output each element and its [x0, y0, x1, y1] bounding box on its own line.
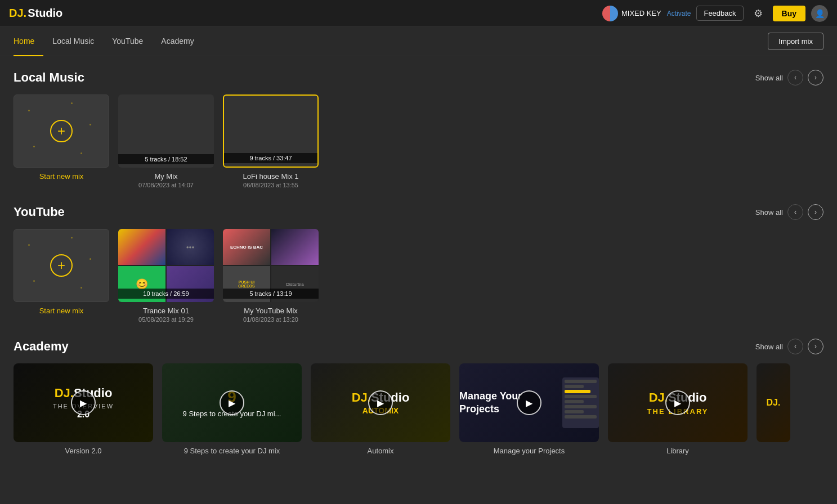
- local-music-prev[interactable]: ‹: [787, 70, 803, 86]
- yt-specks: [14, 230, 109, 302]
- trance-mix-badge: 10 tracks / 26:59: [118, 289, 214, 299]
- tab-local-music[interactable]: Local Music: [43, 27, 103, 56]
- version2-play-btn[interactable]: ▶: [71, 390, 96, 415]
- local-music-section: Local Music Show all ‹ › +: [14, 70, 823, 188]
- local-music-controls: Show all ‹ ›: [755, 70, 823, 86]
- youtube-title: YouTube: [14, 205, 65, 219]
- header-right: MIXED KEY Activate Feedback ⚙ Buy 👤: [602, 4, 828, 22]
- yt-new-mix-card[interactable]: + Start new mix: [14, 229, 109, 323]
- import-mix-button[interactable]: Import mix: [768, 33, 823, 50]
- my-mix-badge: 5 tracks / 18:52: [118, 154, 214, 164]
- yt-mix-date: 01/08/2023 at 13:20: [223, 316, 319, 323]
- library-play-btn[interactable]: ▶: [665, 390, 690, 415]
- manage-panel-mock: [562, 377, 599, 428]
- trance-tile-2: ●●●: [167, 229, 214, 265]
- manage-play-btn[interactable]: ▶: [517, 390, 541, 415]
- mixedkey-icon: [602, 6, 618, 21]
- yt-mix-name: My YouTube Mix: [223, 307, 319, 315]
- academy-section: Academy Show all ‹ › DJ.Studio THE OVERV…: [14, 339, 823, 455]
- academy-prev[interactable]: ‹: [787, 339, 803, 354]
- feedback-button[interactable]: Feedback: [696, 6, 743, 21]
- tab-home[interactable]: Home: [14, 27, 43, 56]
- academy-card-library[interactable]: DJ.Studio THE LIBRARY ▶ Library: [608, 363, 748, 455]
- my-mix-date: 07/08/2023 at 14:07: [118, 182, 214, 188]
- youtube-grid: + Start new mix ●●● 😊: [14, 229, 823, 323]
- my-mix-card[interactable]: 5 tracks / 18:52 My Mix 07/08/2023 at 14…: [118, 94, 214, 188]
- app-logo: DJ.Studio: [9, 7, 62, 20]
- academy-label-manage: Manage your Projects: [459, 447, 599, 455]
- academy-title: Academy: [14, 339, 69, 354]
- academy-controls: Show all ‹ ›: [755, 339, 823, 354]
- yt-tile-2: [271, 229, 319, 265]
- trance-mix-card[interactable]: ●●● 😊 10 tracks / 26:59 Trance Mix 01 05…: [118, 229, 214, 323]
- academy-thumb-9steps: 9 9 Steps to create your DJ mi... ▶: [162, 363, 302, 442]
- my-mix-name: My Mix: [118, 172, 214, 181]
- specks: [14, 95, 109, 167]
- youtube-section: YouTube Show all ‹ › +: [14, 204, 823, 323]
- academy-header: Academy Show all ‹ ›: [14, 339, 823, 354]
- yt-mix-thumb: ECHNO IS BAC PUSH UICREEOS Disturbia 5 t…: [223, 229, 319, 302]
- academy-card-9steps[interactable]: 9 9 Steps to create your DJ mi... ▶ 9 St…: [162, 363, 302, 455]
- youtube-show-all[interactable]: Show all: [755, 208, 783, 217]
- youtube-next[interactable]: ›: [808, 204, 823, 220]
- academy-thumb-automix: DJ.Studio AUTOMIX ▶: [311, 363, 450, 442]
- trance-mix-date: 05/08/2023 at 19:29: [118, 316, 214, 323]
- academy-card-version2[interactable]: DJ.Studio THE OVERVIEW 2.0 ▶ Version 2.0: [14, 363, 153, 455]
- local-new-mix-label: Start new mix: [14, 172, 109, 181]
- youtube-prev[interactable]: ‹: [787, 204, 803, 220]
- mixedkey-button[interactable]: MIXED KEY: [602, 6, 661, 21]
- academy-thumb-library: DJ.Studio THE LIBRARY ▶: [608, 363, 748, 442]
- local-music-header: Local Music Show all ‹ ›: [14, 70, 823, 86]
- academy-partial-thumb: DJ.: [757, 363, 790, 442]
- academy-thumb-version2: DJ.Studio THE OVERVIEW 2.0 ▶: [14, 363, 153, 442]
- academy-card-partial[interactable]: DJ.: [757, 363, 790, 455]
- local-music-show-all[interactable]: Show all: [755, 74, 783, 82]
- local-music-grid: + Start new mix 5 tracks / 18:52 My Mix …: [14, 94, 823, 188]
- academy-show-all[interactable]: Show all: [755, 343, 783, 351]
- settings-button[interactable]: ⚙: [749, 4, 767, 22]
- local-new-mix-thumb: +: [14, 94, 109, 168]
- logo-dj: DJ.: [9, 7, 26, 20]
- my-mix-thumb: 5 tracks / 18:52: [118, 94, 214, 168]
- yt-tile-1: ECHNO IS BAC: [223, 229, 270, 265]
- academy-next[interactable]: ›: [808, 339, 823, 354]
- lofi-mix-card[interactable]: 9 tracks / 33:47 LoFi house Mix 1 06/08/…: [223, 94, 319, 188]
- local-music-title: Local Music: [14, 70, 84, 85]
- academy-label-library: Library: [608, 447, 748, 455]
- yt-mix-card[interactable]: ECHNO IS BAC PUSH UICREEOS Disturbia 5 t…: [223, 229, 319, 323]
- academy-thumb-manage: Manage Your Projects: [459, 363, 599, 442]
- tab-youtube[interactable]: YouTube: [103, 27, 152, 56]
- academy-card-manage[interactable]: Manage Your Projects: [459, 363, 599, 455]
- local-music-next[interactable]: ›: [808, 70, 823, 86]
- lofi-mix-date: 06/08/2023 at 13:55: [223, 182, 319, 188]
- local-new-mix-card[interactable]: + Start new mix: [14, 94, 109, 188]
- activate-link[interactable]: Activate: [667, 10, 691, 17]
- automix-play-btn[interactable]: ▶: [368, 390, 393, 415]
- 9steps-play-btn[interactable]: ▶: [220, 390, 244, 415]
- nav-bar: Home Local Music YouTube Academy Import …: [0, 27, 837, 56]
- tab-academy[interactable]: Academy: [152, 27, 203, 56]
- main-content: Local Music Show all ‹ › +: [0, 56, 837, 484]
- trance-mix-name: Trance Mix 01: [118, 307, 214, 315]
- avatar-icon: 👤: [815, 9, 825, 18]
- academy-label-version2: Version 2.0: [14, 447, 153, 455]
- youtube-controls: Show all ‹ ›: [755, 204, 823, 220]
- header: DJ.Studio MIXED KEY Activate Feedback ⚙ …: [0, 0, 837, 27]
- manage-text: Manage Your Projects: [459, 390, 557, 416]
- nav-tabs: Home Local Music YouTube Academy: [14, 27, 203, 56]
- lofi-mix-name: LoFi house Mix 1: [223, 172, 319, 181]
- youtube-header: YouTube Show all ‹ ›: [14, 204, 823, 220]
- lofi-mix-badge: 9 tracks / 33:47: [224, 153, 317, 163]
- mixedkey-label: MIXED KEY: [621, 9, 661, 17]
- partial-logo: DJ.: [767, 398, 781, 408]
- academy-card-automix[interactable]: DJ.Studio AUTOMIX ▶ Automix: [311, 363, 450, 455]
- academy-label-automix: Automix: [311, 447, 450, 455]
- settings-icon: ⚙: [754, 7, 763, 20]
- academy-grid: DJ.Studio THE OVERVIEW 2.0 ▶ Version 2.0…: [14, 363, 823, 455]
- avatar[interactable]: 👤: [811, 5, 828, 22]
- yt-new-mix-thumb: +: [14, 229, 109, 302]
- logo-studio: Studio: [28, 7, 62, 20]
- buy-button[interactable]: Buy: [773, 6, 805, 21]
- yt-new-mix-label: Start new mix: [14, 307, 109, 315]
- yt-mix-badge: 5 tracks / 13:19: [223, 289, 319, 299]
